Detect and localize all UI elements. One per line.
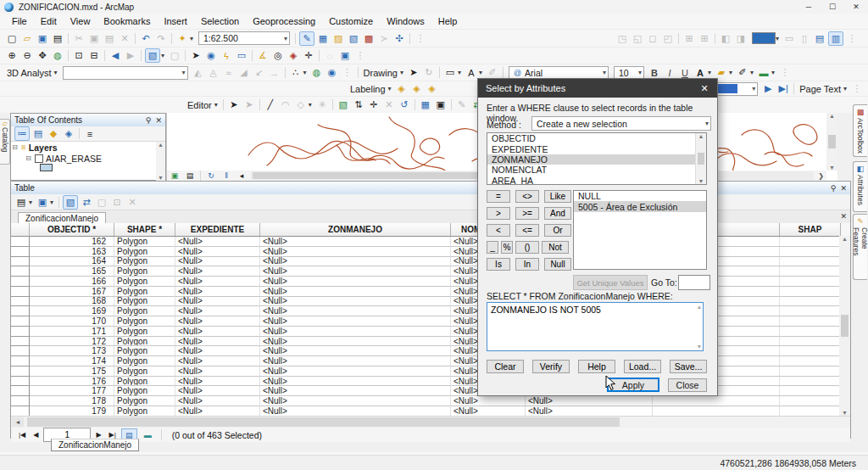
- editor-menu[interactable]: Editor: [185, 100, 214, 110]
- table-row[interactable]: 178Polygon<Null><Null><Null><Null>: [11, 396, 850, 406]
- arccatalog-icon[interactable]: ▨: [331, 32, 345, 45]
- menu-item[interactable]: Bookmarks: [97, 16, 157, 26]
- dialog-button[interactable]: Help: [578, 360, 615, 373]
- column-header[interactable]: [11, 223, 30, 236]
- operator-button[interactable]: <: [487, 224, 510, 237]
- dialog-button[interactable]: Clear: [487, 360, 524, 373]
- row-selector[interactable]: [11, 287, 30, 297]
- window-tile-icon[interactable]: ◳: [615, 32, 629, 45]
- dropdown-caret[interactable]: ▾: [456, 66, 463, 79]
- rotate-icon[interactable]: ↻: [422, 66, 436, 79]
- operator-button[interactable]: In: [515, 258, 539, 271]
- doc-gray-icon[interactable]: ▭: [782, 32, 796, 45]
- row-selector[interactable]: [11, 366, 30, 377]
- scroll-down-icon[interactable]: ▼: [698, 178, 704, 184]
- straight-segment-icon[interactable]: ╱: [264, 98, 277, 111]
- column-header[interactable]: SHAP: [780, 223, 841, 236]
- grid-snap-icon[interactable]: ⊞: [682, 32, 696, 45]
- fields-listbox[interactable]: ▲ ▼ OBJECTIDEXPEDIENTEZONMANEJONOMENCLAT…: [487, 132, 707, 185]
- refresh-icon[interactable]: ↻: [204, 171, 218, 181]
- row-selector[interactable]: [11, 356, 30, 366]
- menu-item[interactable]: View: [64, 16, 97, 26]
- table-row[interactable]: 176Polygon<Null><Null><Null><Null>: [11, 377, 850, 387]
- scrollbar-thumb[interactable]: [828, 135, 836, 148]
- sketch-properties-icon[interactable]: ▣: [434, 98, 448, 111]
- operator-button[interactable]: Null: [544, 258, 571, 271]
- rotate-feature-icon[interactable]: ↺: [398, 98, 411, 111]
- list-by-visibility-icon[interactable]: ◆: [47, 127, 60, 140]
- table-row[interactable]: 164Polygon<Null><Null><Null><Null>: [11, 257, 850, 267]
- scroll-up-icon[interactable]: ▲: [829, 113, 835, 119]
- cut-icon[interactable]: ✂: [72, 32, 86, 45]
- table-row[interactable]: 168Polygon<Null><Null><Null><Null>: [11, 297, 850, 307]
- row-selector[interactable]: [11, 377, 30, 387]
- table-icon[interactable]: ▦: [316, 32, 330, 45]
- clear-selection-icon[interactable]: ▢: [95, 196, 108, 209]
- table-row[interactable]: 163Polygon<Null><Null><Null><Null>: [11, 247, 850, 257]
- scroll-up-icon[interactable]: ▲: [697, 304, 703, 310]
- close-icon[interactable]: ✕: [692, 83, 717, 94]
- switch-selection-icon[interactable]: ⇄: [80, 196, 93, 209]
- find-icon[interactable]: ◎: [271, 49, 285, 62]
- page-left-icon[interactable]: ◧: [719, 32, 732, 45]
- select-by-attributes-icon[interactable]: ▧: [63, 195, 78, 210]
- fields-scrollbar[interactable]: ▲ ▼: [695, 133, 706, 184]
- next-page-icon[interactable]: ▶: [761, 82, 775, 95]
- overflow-icon[interactable]: ⋮: [778, 66, 792, 79]
- row-selector[interactable]: [11, 257, 30, 267]
- first-record-button[interactable]: |◀: [16, 431, 28, 439]
- operator-button[interactable]: (): [515, 241, 539, 254]
- layer-visibility-checkbox[interactable]: [35, 154, 43, 163]
- catalog-side-tab[interactable]: ▱ Catalog: [0, 119, 10, 165]
- font-color-icon[interactable]: A: [693, 66, 707, 79]
- scroll-left-icon[interactable]: ◂: [235, 171, 248, 181]
- new-document-icon[interactable]: ▢: [5, 32, 19, 45]
- menu-item[interactable]: Insert: [157, 16, 194, 26]
- table-row[interactable]: 162Polygon<Null><Null><Null><Null>: [11, 237, 850, 247]
- scroll-up-icon[interactable]: ▲: [842, 236, 848, 242]
- table-document-tab[interactable]: ZonificacionManejo: [18, 212, 106, 223]
- operator-button[interactable]: >: [487, 207, 510, 220]
- menu-item[interactable]: File: [5, 16, 34, 26]
- dialog-button[interactable]: Verify: [532, 360, 570, 373]
- print-icon[interactable]: ▤: [51, 32, 64, 45]
- paste-icon[interactable]: ▤: [103, 32, 116, 45]
- operator-button[interactable]: Or: [544, 224, 571, 237]
- operator-button[interactable]: =: [487, 190, 510, 203]
- row-selector[interactable]: [11, 406, 30, 416]
- table-row[interactable]: 165Polygon<Null><Null><Null><Null>: [11, 266, 850, 277]
- overflow-icon[interactable]: ⋮: [845, 32, 859, 45]
- row-selector[interactable]: [11, 237, 30, 247]
- redo-icon[interactable]: ↷: [154, 32, 168, 45]
- window-view-icon[interactable]: ◰: [661, 32, 675, 45]
- menu-item[interactable]: Windows: [380, 16, 431, 26]
- side-tab[interactable]: ▩ ArcToolbox: [853, 104, 867, 157]
- dropdown-caret[interactable]: ▾: [748, 66, 755, 79]
- bold-button[interactable]: B: [648, 66, 661, 79]
- table-vertical-scrollbar[interactable]: ▲ ▼: [839, 236, 850, 416]
- delete-feature-icon[interactable]: ✕: [382, 98, 396, 111]
- edit-annotation-icon[interactable]: ➤: [242, 98, 256, 111]
- copy-icon[interactable]: ▣: [87, 32, 101, 45]
- model-builder-icon[interactable]: ✣: [392, 32, 406, 45]
- scroll-down-icon[interactable]: ▼: [842, 410, 848, 416]
- table-horizontal-scrollbar[interactable]: ◂: [11, 416, 850, 428]
- create-tin-icon[interactable]: ◭: [192, 66, 205, 79]
- time-slider-icon[interactable]: ◌: [323, 49, 337, 62]
- dropdown-caret[interactable]: ▾: [477, 66, 484, 79]
- previous-record-button[interactable]: ◀: [31, 431, 41, 439]
- bottom-table-tab[interactable]: ZonificacionManejo: [51, 439, 139, 451]
- menu-item[interactable]: Help: [431, 16, 465, 26]
- line-color-icon[interactable]: ✐: [736, 66, 749, 79]
- edit-tool-icon[interactable]: ➤: [227, 98, 241, 111]
- active-frame-icon[interactable]: ▥: [828, 31, 843, 46]
- row-selector[interactable]: [11, 306, 30, 316]
- page-right-icon[interactable]: ◨: [734, 32, 748, 45]
- hyperlink-icon[interactable]: ϟ: [220, 49, 233, 62]
- halo-icon[interactable]: ▰: [715, 66, 728, 79]
- operator-button[interactable]: %: [501, 241, 513, 254]
- dropdown-caret[interactable]: ▾: [770, 66, 776, 79]
- overflow-icon[interactable]: ⋮: [353, 49, 367, 62]
- drawing-menu[interactable]: Drawing: [361, 68, 400, 78]
- steepest-path-icon[interactable]: ↙: [253, 66, 266, 79]
